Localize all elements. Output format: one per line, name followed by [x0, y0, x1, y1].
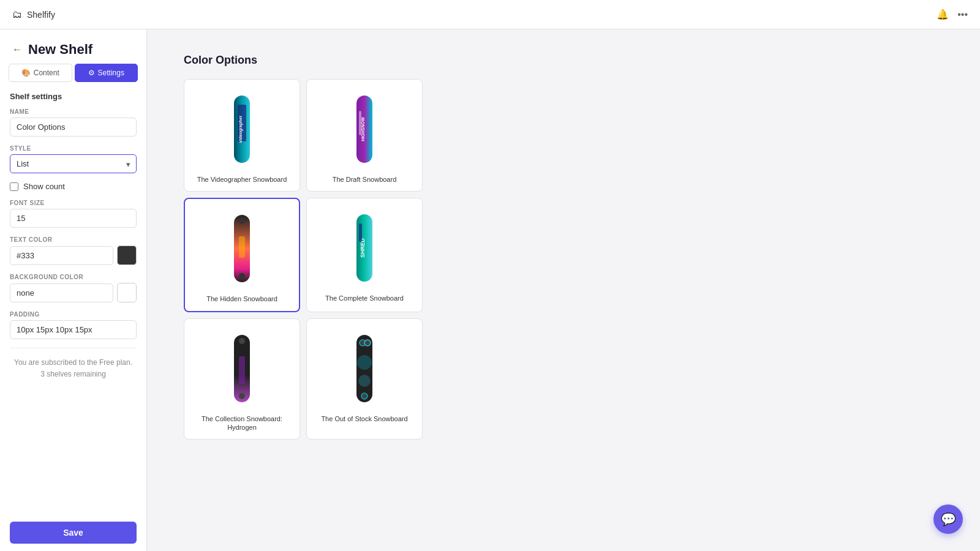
svg-rect-9 — [239, 236, 245, 258]
plan-notice: You are subscribed to the Free plan. 3 s… — [10, 357, 137, 380]
svg-point-15 — [239, 393, 245, 399]
app-name: Shelfify — [27, 10, 55, 20]
name-label: NAME — [10, 108, 137, 115]
svg-point-19 — [364, 340, 371, 346]
text-color-row — [10, 246, 137, 265]
chat-button[interactable]: 💬 — [933, 504, 963, 534]
svg-point-14 — [239, 338, 245, 344]
font-size-field-group: FONT SIZE — [10, 200, 137, 228]
content-icon: 🎨 — [21, 69, 31, 77]
plan-notice-line1: You are subscribed to the Free plan. — [10, 357, 137, 369]
show-count-label: Show count — [23, 182, 65, 191]
product-image-hydrogen — [224, 329, 260, 408]
text-color-swatch[interactable] — [117, 246, 137, 265]
product-image-draft: HIGHSNOW — [346, 89, 383, 169]
form-section: Shelf settings NAME STYLE List Grid Caro… — [0, 92, 146, 514]
style-select[interactable]: List Grid Carousel — [10, 154, 137, 173]
shelf-display-title: Color Options — [184, 54, 943, 67]
product-image-hidden — [224, 209, 260, 288]
name-field-group: NAME — [10, 108, 137, 137]
show-count-checkbox[interactable] — [10, 182, 18, 191]
product-image-complete: SHRED — [346, 208, 383, 288]
product-name-videographer: The Videographer Snowboard — [197, 175, 287, 184]
font-size-input[interactable] — [10, 209, 137, 228]
sidebar-header: ← New Shelf — [0, 29, 146, 64]
shelf-icon: 🗂 — [12, 9, 22, 20]
plan-notice-line2: 3 shelves remaining — [10, 369, 137, 380]
product-image-videographer: videographer — [224, 89, 260, 169]
product-card-outofstock[interactable]: The Out of Stock Snowboard — [306, 318, 423, 440]
topbar: 🗂 Shelfify 🔔 ••• — [0, 0, 980, 29]
svg-rect-5 — [359, 111, 361, 135]
save-button[interactable]: Save — [10, 522, 137, 544]
product-name-draft: The Draft Snowboard — [333, 175, 397, 184]
product-card-draft[interactable]: HIGHSNOW The Draft Snowboard — [306, 79, 423, 192]
text-color-input[interactable] — [10, 246, 113, 265]
bg-color-field-group: BACKGROUND COLOR — [10, 274, 137, 302]
product-name-hydrogen: The Collection Snowboard: Hydrogen — [192, 414, 292, 432]
name-input[interactable] — [10, 118, 137, 137]
svg-rect-12 — [359, 223, 362, 242]
tab-bar: 🎨 Content ⚙ Settings — [9, 64, 138, 82]
style-select-wrapper: List Grid Carousel ▾ — [10, 154, 137, 173]
sidebar: ← New Shelf 🎨 Content ⚙ Settings Shelf s… — [0, 29, 147, 551]
product-grid: videographer The Videographer Snowboard — [184, 79, 943, 440]
padding-input[interactable] — [10, 320, 137, 339]
bell-icon[interactable]: 🔔 — [937, 9, 949, 20]
page-title: New Shelf — [28, 42, 92, 58]
chat-icon: 💬 — [941, 512, 956, 527]
style-label: STYLE — [10, 145, 137, 152]
svg-point-7 — [239, 218, 245, 224]
show-count-row: Show count — [10, 182, 137, 191]
bg-color-row — [10, 283, 137, 302]
svg-point-22 — [361, 393, 368, 399]
topbar-actions: 🔔 ••• — [937, 9, 968, 20]
product-card-videographer[interactable]: videographer The Videographer Snowboard — [184, 79, 300, 192]
bg-color-label: BACKGROUND COLOR — [10, 274, 137, 280]
font-size-label: FONT SIZE — [10, 200, 137, 206]
text-color-field-group: TEXT COLOR — [10, 236, 137, 265]
text-color-label: TEXT COLOR — [10, 236, 137, 243]
product-card-hidden[interactable]: The Hidden Snowboard — [184, 198, 300, 312]
app-logo: 🗂 Shelfify — [12, 9, 55, 20]
padding-field-group: PADDING — [10, 311, 137, 339]
bg-color-swatch[interactable] — [117, 283, 137, 302]
svg-text:videographer: videographer — [238, 116, 243, 143]
tab-settings[interactable]: ⚙ Settings — [75, 64, 138, 82]
settings-icon: ⚙ — [88, 69, 95, 77]
padding-label: PADDING — [10, 311, 137, 318]
product-card-hydrogen[interactable]: The Collection Snowboard: Hydrogen — [184, 318, 300, 440]
svg-point-20 — [357, 355, 372, 370]
style-field-group: STYLE List Grid Carousel ▾ — [10, 145, 137, 173]
bg-color-input[interactable] — [10, 283, 113, 302]
product-name-outofstock: The Out of Stock Snowboard — [321, 414, 407, 423]
product-card-complete[interactable]: SHRED The Complete Snowboard — [306, 198, 423, 312]
product-image-outofstock — [346, 329, 383, 408]
more-icon[interactable]: ••• — [957, 9, 968, 20]
content-area: Color Options — [147, 29, 980, 551]
back-button[interactable]: ← — [12, 44, 22, 55]
svg-point-8 — [239, 273, 245, 279]
product-name-complete: The Complete Snowboard — [325, 294, 404, 302]
shelf-settings-label: Shelf settings — [10, 92, 137, 101]
main-layout: ← New Shelf 🎨 Content ⚙ Settings Shelf s… — [0, 29, 980, 551]
product-name-hidden: The Hidden Snowboard — [206, 294, 277, 303]
tab-content[interactable]: 🎨 Content — [9, 64, 72, 82]
svg-point-21 — [358, 375, 371, 387]
svg-text:HIGHSNOW: HIGHSNOW — [361, 117, 365, 141]
svg-rect-16 — [239, 356, 245, 384]
